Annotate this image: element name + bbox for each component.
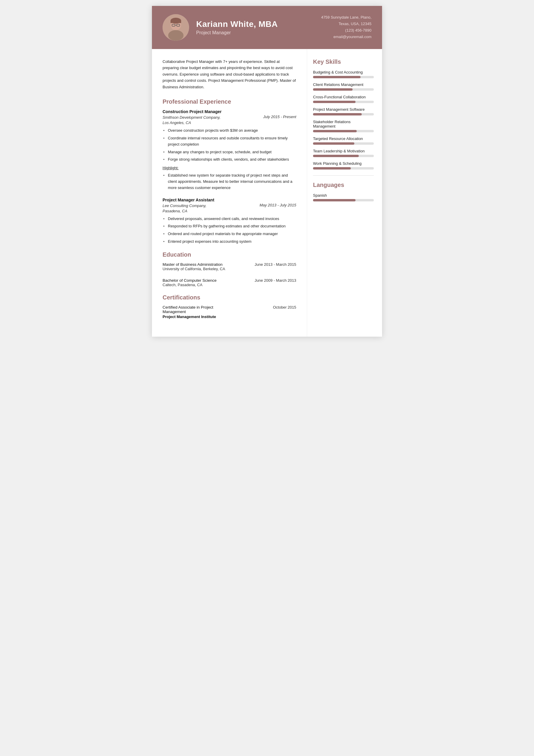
left-column: Collaborative Project Manager with 7+ ye… [152, 49, 307, 337]
edu-degree-2: Bachelor of Computer Science [163, 278, 216, 283]
job-title-1: Construction Project Manager [163, 109, 296, 114]
bullet-item: Responded to RFPs by gathering estimates… [163, 223, 296, 230]
cert-entry-1: Certified Associate in Project Managemen… [163, 305, 296, 319]
education-title: Education [163, 251, 296, 258]
bullet-item: Forge strong relationships with clients,… [163, 156, 296, 163]
job-company-1: Smithson Development Company, [163, 115, 220, 120]
skill-name: Stakeholder Relations Management [313, 120, 374, 128]
address-line1: 4759 Sunnydale Lane, Plano, [321, 14, 371, 21]
edu-dates-1: June 2013 - March 2015 [255, 262, 296, 267]
header-contact: 4759 Sunnydale Lane, Plano, Texas, USA, … [321, 14, 371, 40]
key-skills-section: Key Skills Budgeting & Cost Accounting C… [313, 59, 374, 170]
skill-item: Team Leadership & Motivation [313, 149, 374, 157]
cert-org-1: Project Management Institute [163, 314, 296, 319]
skill-bar-fill [313, 167, 351, 170]
svg-rect-4 [170, 21, 181, 23]
edu-row-2: Bachelor of Computer Science June 2009 -… [163, 278, 296, 283]
certifications-section: Certifications Certified Associate in Pr… [163, 294, 296, 319]
skill-name: Budgeting & Cost Accounting [313, 70, 374, 74]
skill-bar-bg [313, 76, 374, 78]
skill-bar-fill [313, 88, 353, 91]
job-company-location-2: Lee Consulting Company, Pasadena, CA [163, 203, 207, 213]
bullet-item: Entered project expenses into accounting… [163, 239, 296, 245]
skill-name: Team Leadership & Motivation [313, 149, 374, 153]
job-title-2: Project Manager Assistant [163, 198, 296, 202]
languages-list: Spanish [313, 193, 374, 202]
section-divider [313, 176, 374, 176]
bullet-item: Delivered proposals, answered client cal… [163, 216, 296, 222]
job-dates-2: May 2013 - July 2015 [260, 203, 296, 207]
right-column: Key Skills Budgeting & Cost Accounting C… [307, 49, 382, 337]
edu-school-1: University of California, Berkeley, CA [163, 267, 296, 271]
phone: (123) 456-7890 [321, 27, 371, 34]
job-bullets-1: Oversee construction projects worth $3M … [163, 127, 296, 163]
job-entry-2: Project Manager Assistant Lee Consulting… [163, 198, 296, 245]
skill-item: Cross-Functional Collaboration [313, 95, 374, 103]
job-company-2: Lee Consulting Company, [163, 203, 207, 208]
skill-item: Client Relations Management [313, 82, 374, 91]
certifications-title: Certifications [163, 294, 296, 301]
skill-bar-bg [313, 88, 374, 91]
job-location-2: Pasadena, CA [163, 209, 187, 213]
skill-item: Stakeholder Relations Management [313, 120, 374, 132]
skill-bar-fill [313, 155, 359, 157]
skill-bar-bg [313, 155, 374, 157]
skill-name: Client Relations Management [313, 82, 374, 87]
cert-row-1: Certified Associate in Project Managemen… [163, 305, 296, 314]
skill-bar-bg [313, 130, 374, 132]
skill-bar-bg [313, 101, 374, 103]
edu-degree-1: Master of Business Administration [163, 262, 222, 267]
resume-document: Kariann White, MBA Project Manager 4759 … [152, 6, 382, 337]
skill-name: Project Management Software [313, 107, 374, 112]
skill-item: Budgeting & Cost Accounting [313, 70, 374, 78]
skill-item: Targeted Resource Allocation [313, 136, 374, 145]
svg-point-1 [168, 30, 184, 41]
skill-bar-fill [313, 101, 356, 103]
language-name: Spanish [313, 193, 374, 198]
address-line2: Texas, USA, 12345 [321, 21, 371, 27]
highlight-label-1: Highlight: [163, 166, 296, 170]
skill-bar-fill [313, 113, 362, 116]
job-dates-1: July 2015 - Present [263, 115, 296, 119]
email: email@youremail.com [321, 34, 371, 40]
resume-body: Collaborative Project Manager with 7+ ye… [152, 49, 382, 337]
job-location-1: Los Angeles, CA [163, 121, 191, 125]
cert-name-1: Certified Associate in Project Managemen… [163, 305, 221, 314]
skill-bar-bg [313, 142, 374, 145]
bullet-item: Ordered and routed project materials to … [163, 231, 296, 237]
summary-text: Collaborative Project Manager with 7+ ye… [163, 59, 296, 90]
job-entry-1: Construction Project Manager Smithson De… [163, 109, 296, 191]
skills-list: Budgeting & Cost Accounting Client Relat… [313, 70, 374, 170]
job-meta-2: Lee Consulting Company, Pasadena, CA May… [163, 203, 296, 213]
skill-bar-bg [313, 167, 374, 170]
language-item: Spanish [313, 193, 374, 202]
cert-date-1: October 2015 [273, 305, 296, 310]
language-bar-bg [313, 199, 374, 202]
edu-school-2: Caltech, Pasadena, CA [163, 283, 296, 287]
resume-header: Kariann White, MBA Project Manager 4759 … [152, 6, 382, 49]
skill-name: Targeted Resource Allocation [313, 136, 374, 141]
experience-title: Professional Experience [163, 98, 296, 105]
skill-name: Work Planning & Scheduling [313, 161, 374, 166]
language-bar-fill [313, 199, 356, 202]
skill-item: Project Management Software [313, 107, 374, 116]
skill-bar-fill [313, 142, 354, 145]
edu-entry-2: Bachelor of Computer Science June 2009 -… [163, 278, 296, 287]
key-skills-title: Key Skills [313, 59, 374, 65]
edu-row-1: Master of Business Administration June 2… [163, 262, 296, 267]
languages-section: Languages Spanish [313, 182, 374, 202]
highlight-bullet-item: Established new system for separate trac… [163, 173, 296, 191]
skill-bar-fill [313, 76, 361, 78]
highlight-bullets-1: Established new system for separate trac… [163, 173, 296, 191]
edu-dates-2: June 2009 - March 2013 [255, 278, 296, 283]
skill-bar-bg [313, 113, 374, 116]
languages-title: Languages [313, 182, 374, 188]
edu-entry-1: Master of Business Administration June 2… [163, 262, 296, 271]
bullet-item: Manage any changes to project scope, sch… [163, 149, 296, 155]
bullet-item: Coordinate internal resources and outsid… [163, 135, 296, 148]
skill-bar-fill [313, 130, 357, 132]
job-bullets-2: Delivered proposals, answered client cal… [163, 216, 296, 245]
skill-name: Cross-Functional Collaboration [313, 95, 374, 99]
avatar [163, 14, 189, 41]
job-meta-1: Smithson Development Company, Los Angele… [163, 115, 296, 125]
